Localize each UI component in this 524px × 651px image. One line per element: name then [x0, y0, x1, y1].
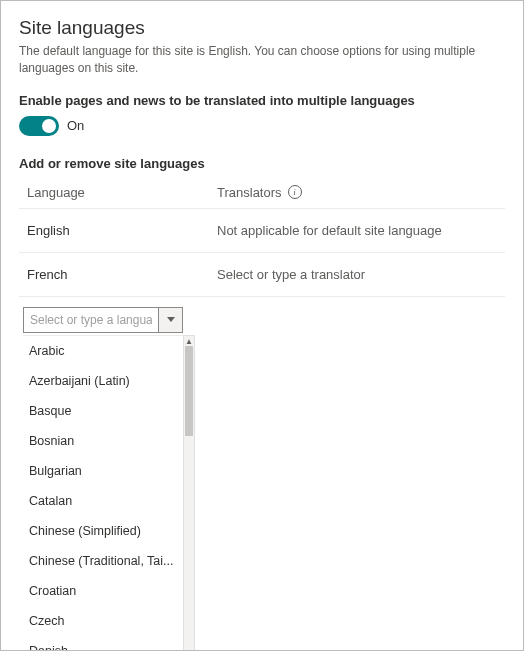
language-cell-french: French: [27, 267, 217, 282]
list-item[interactable]: Danish: [23, 636, 183, 651]
dropdown-scrollbar[interactable]: ▲ ▼: [183, 335, 195, 651]
section-label: Add or remove site languages: [19, 156, 505, 171]
table-row: English Not applicable for default site …: [19, 209, 505, 253]
list-item[interactable]: Catalan: [23, 486, 183, 516]
language-cell-english: English: [27, 223, 217, 238]
list-item[interactable]: Chinese (Simplified): [23, 516, 183, 546]
list-item[interactable]: Bosnian: [23, 426, 183, 456]
enable-translate-label: Enable pages and news to be translated i…: [19, 93, 505, 108]
language-input[interactable]: [24, 308, 158, 332]
col-language-header: Language: [27, 185, 217, 200]
list-item[interactable]: Azerbaijani (Latin): [23, 366, 183, 396]
col-translators-label: Translators: [217, 185, 282, 200]
list-item[interactable]: Czech: [23, 606, 183, 636]
toggle-knob: [42, 119, 56, 133]
translator-cell-english: Not applicable for default site language: [217, 223, 442, 238]
col-translators-header: Translators i: [217, 185, 302, 200]
translator-cell-french[interactable]: Select or type a translator: [217, 267, 365, 282]
list-item[interactable]: Basque: [23, 396, 183, 426]
page-title: Site languages: [19, 17, 505, 39]
page-description: The default language for this site is En…: [19, 43, 505, 77]
language-dropdown-wrap: Arabic Azerbaijani (Latin) Basque Bosnia…: [23, 335, 505, 651]
table-row: French Select or type a translator: [19, 253, 505, 297]
list-item[interactable]: Croatian: [23, 576, 183, 606]
language-combobox[interactable]: [23, 307, 183, 333]
language-combo-row: [23, 307, 505, 333]
toggle-state-text: On: [67, 118, 84, 133]
language-dropdown-list: Arabic Azerbaijani (Latin) Basque Bosnia…: [23, 335, 183, 651]
scrollbar-thumb[interactable]: [185, 346, 193, 436]
info-icon[interactable]: i: [288, 185, 302, 199]
chevron-down-icon: [167, 317, 175, 322]
language-dropdown-button[interactable]: [158, 308, 182, 332]
list-item[interactable]: Bulgarian: [23, 456, 183, 486]
list-item[interactable]: Arabic: [23, 336, 183, 366]
scroll-up-icon[interactable]: ▲: [185, 336, 193, 347]
enable-toggle[interactable]: [19, 116, 59, 136]
list-item[interactable]: Chinese (Traditional, Tai...: [23, 546, 183, 576]
table-header-row: Language Translators i: [19, 177, 505, 209]
enable-toggle-row: On: [19, 116, 505, 136]
